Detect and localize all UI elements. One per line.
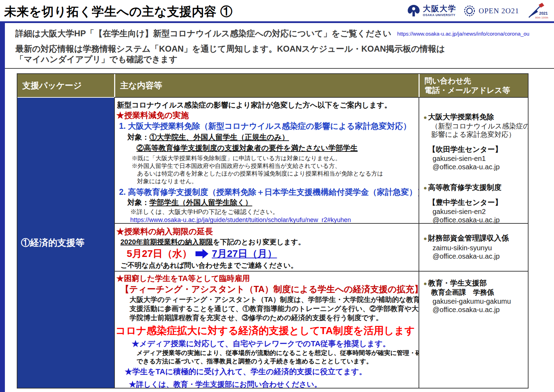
bullet-icon: ● xyxy=(423,234,427,243)
open2021-rosette-icon xyxy=(463,5,476,17)
anniversary-year: 2021 xyxy=(539,11,548,15)
item2-target: 対象：学部学生（外国人留学生除く） xyxy=(127,198,419,207)
ta-paragraph-line3: 学院博士前期課程教育を充実させ、③修学のための経済的支援を行う制度です。 xyxy=(130,313,419,322)
open2021-label: OPEN 2O21 xyxy=(479,7,519,15)
ta-blue-point1: ★メディア授業に対応して、自宅やテレワークでのTA従事を推奨します。 xyxy=(132,339,419,348)
column-header-contact: 問い合わせ先 電話・メールアドレス等 xyxy=(419,74,528,97)
slide-page: 未来を切り拓く学生への主な支援内容 ① 大阪大学 OSAKA UNIVERSIT… xyxy=(0,0,554,392)
column-header-contents: 主な内容等 xyxy=(114,74,419,97)
section-ta-employment: ★困窮した学生をTA等として臨時雇用 【ティーチング・アシスタント（TA）制度に… xyxy=(114,271,419,388)
package-label: ①経済的支援等 xyxy=(21,237,84,249)
star-ta-employment: ★困窮した学生をTA等として臨時雇用 xyxy=(116,274,419,283)
star-deadline-extension: ★授業料の納入期限の延長 xyxy=(116,227,419,236)
star-tuition-reduction: ★授業料減免の実施 xyxy=(116,110,419,120)
contact1-item2: ● 高等教育修学支援制度 xyxy=(423,183,528,192)
item2-title: 2. 高等教育修学支援制度（授業料免除＋日本学生支援機構給付奨学金（家計急変）） xyxy=(119,187,419,197)
contact1-item1-sub1: （新型コロナウイルス感染症の xyxy=(431,122,528,130)
contact1-item1: ● 大阪大学授業料免除 xyxy=(423,112,528,122)
right-arrow-icon xyxy=(195,249,208,259)
intro-text: 新型コロナウイルス感染症の影響により家計が急変した方へ以下をご案内します。 xyxy=(117,101,419,110)
contact1-email1-part2: @office.osaka-u.ac.jp xyxy=(433,163,528,171)
contact2-email-part1: zaimu-sikin-syunyu xyxy=(433,244,528,252)
bullet-icon: ● xyxy=(423,184,427,192)
notice-line1: 詳細は大阪大学HP「【在学生向け】新型コロナウイルス感染症への対応について」をご… xyxy=(15,28,529,39)
kyufu-link[interactable]: https://www.osaka-u.ac.jp/ja/guide/stude… xyxy=(130,216,351,223)
section-tuition-exemption: 新型コロナウイルス感染症の影響により家計が急変した方へ以下をご案内します。 ★授… xyxy=(114,97,419,223)
new-deadline: 7月27日（月） xyxy=(212,248,277,260)
ta-paragraph-line1: 大阪大学のティーチング・アシスタント（TA）制度は、学部学生・大学院生が補助的な… xyxy=(130,295,419,304)
contact3-email-part1: gakusei-gakumu-gakumu xyxy=(433,297,528,305)
contact2-email-part2: @office.osaka-u.ac.jp xyxy=(433,252,528,260)
ta-subtitle: 【ティーチング・アシスタント（TA）制度による学生への経済支援の拡充】 xyxy=(120,284,419,294)
item2-note: ※詳しくは、大阪大学HPの下記をご確認ください。 xyxy=(130,208,419,216)
contact2-title: ● 財務部資金管理課収入係 xyxy=(423,234,528,243)
item1-target1: 対象：①大学院生、外国人留学生（正規生のみ） xyxy=(127,133,419,142)
column-header-contact-line1: 問い合わせ先 xyxy=(424,76,528,86)
note1: ※既に「大阪大学授業料等免除制度」に申請している方は対象になりません。 xyxy=(132,155,419,162)
section-deadline-extension: ★授業料の納入期限の延長 2020年前期授業料の納入期限を下記のとおり変更します… xyxy=(114,223,419,271)
contact3-email-part2: @office.osaka-u.ac.jp xyxy=(433,305,528,314)
anniversary-90-100: 90th 100th xyxy=(535,16,548,19)
university-name-ja: 大阪大学 xyxy=(423,5,456,13)
item1-target2: ②高等教育修学支援制度の支援対象者の要件を満たさない学部学生 xyxy=(136,143,419,153)
open2021-logo: OPEN 2O21 xyxy=(463,5,519,17)
deadline-footer: ご不明な点があれば問い合わせ先までご連絡ください。 xyxy=(120,261,419,270)
column-header-package: 支援パッケージ xyxy=(17,74,114,97)
bullet-icon: ● xyxy=(423,279,427,288)
contact1-email1-part1: gakusei-sien-en1 xyxy=(433,154,528,163)
contact-cell-1: ● 大阪大学授業料免除 （新型コロナウイルス感染症の 影響による家計急変対応） … xyxy=(419,97,528,223)
ta-highlight: コロナ感染症拡大に対する経済的支援としてTA制度を活用します xyxy=(116,324,419,337)
contact3-title-line1: ● 教育・学生支援部 xyxy=(423,279,528,288)
notice-line2: 最新の対応情報は学務情報システム「KOAN」を通じて周知します。KOANスケジュ… xyxy=(15,43,445,54)
logo-group: 大阪大学 OSAKA UNIVERSITY OPEN 2O21 2021 90t… xyxy=(407,2,548,20)
corona-info-link[interactable]: https://www.osaka-u.ac.jp/ja/news/info/c… xyxy=(397,31,530,37)
note2: ※外国人留学生で日本国政府や自国政府から授業料相当が支給されている方、 xyxy=(132,162,419,170)
page-title: 未来を切り拓く学生への主な支援内容 ① xyxy=(4,3,232,20)
ta-paragraph-line2: 支援活動に参画することを通じて、①教育指導能力のトレーニングを行い、②学部教育や… xyxy=(130,304,419,313)
kyufu-link-line: https://www.osaka-u.ac.jp/ja/guide/stude… xyxy=(130,216,419,223)
ta-blue-point1-sub2: できる方法に基づいて、指導教員と調整のうえ手続きを進めることとしています。 xyxy=(136,357,419,365)
notice-line3: 「マイハンダイアプリ」でも確認できます xyxy=(15,54,177,65)
suita-center-label: 【吹田学生センター】 xyxy=(428,145,528,154)
notice-section: 詳細は大阪大学HP「【在学生向け】新型コロナウイルス感染症への対応について」をご… xyxy=(5,23,554,69)
contact3-title-line2: 教育企画課 学務係 xyxy=(431,288,528,296)
ginkgo-leaf-icon xyxy=(407,4,421,18)
contact-cell-2: ● 財務部資金管理課収入係 zaimu-sikin-syunyu @office… xyxy=(419,223,528,271)
left-accent-bar xyxy=(0,23,5,392)
bullet-icon: ● xyxy=(423,113,427,122)
note2-cont2: 対象にはなりません。 xyxy=(137,178,419,185)
contact1-item1-sub2: 影響による家計急変対応） xyxy=(431,130,528,139)
ta-blue-point3: ★詳しくは、教育・学生支援部にお問い合わせください。 xyxy=(129,380,419,388)
ta-blue-point1-sub1: メディア授業等の実施により、従事場所が流動的になることを想定し、従事時間等が確実… xyxy=(136,349,419,357)
osaka-university-logo: 大阪大学 OSAKA UNIVERSITY xyxy=(407,4,456,18)
package-cell: ①経済的支援等 xyxy=(17,97,114,388)
item1-title: 1. 大阪大学授業料免除（新型コロナウイルス感染症の影響による家計急変対応） xyxy=(119,121,419,131)
ta-blue-point2: ★学生をTAに積極的に受け入れて、学生の経済的支援に役立てます。 xyxy=(125,367,419,376)
notice-line1-text: 詳細は大阪大学HP「【在学生向け】新型コロナウイルス感染症への対応について」をご… xyxy=(15,29,391,38)
note2-cont1: あるいは特定の者を対象としたほかの授業料等減免制度により授業料相当が免除となる方… xyxy=(137,170,419,177)
anniversary-logo: 2021 90th 100th xyxy=(526,2,548,20)
column-header-contact-line2: 電話・メールアドレス等 xyxy=(424,86,528,95)
deadline-desc: 2020年前期授業料の納入期限を下記のとおり変更します。 xyxy=(120,238,419,246)
deadline-dates: 5月27日（水） 7月27日（月） xyxy=(127,248,419,260)
university-name-en: OSAKA UNIVERSITY xyxy=(423,14,456,17)
toyonaka-center-label: 【豊中学生センター】 xyxy=(428,198,528,207)
contact1-email2-part2: @office.osaka-u.ac.jp xyxy=(433,216,528,223)
contact-cell-3: ● 教育・学生支援部 教育企画課 学務係 gakusei-gakumu-gaku… xyxy=(419,271,528,388)
contact1-email2-part1: gakusei-sien-en2 xyxy=(433,207,528,216)
old-deadline: 5月27日（水） xyxy=(127,248,192,260)
support-table: 支援パッケージ 主な内容等 問い合わせ先 電話・メールアドレス等 ①経済的支援等… xyxy=(17,73,529,389)
